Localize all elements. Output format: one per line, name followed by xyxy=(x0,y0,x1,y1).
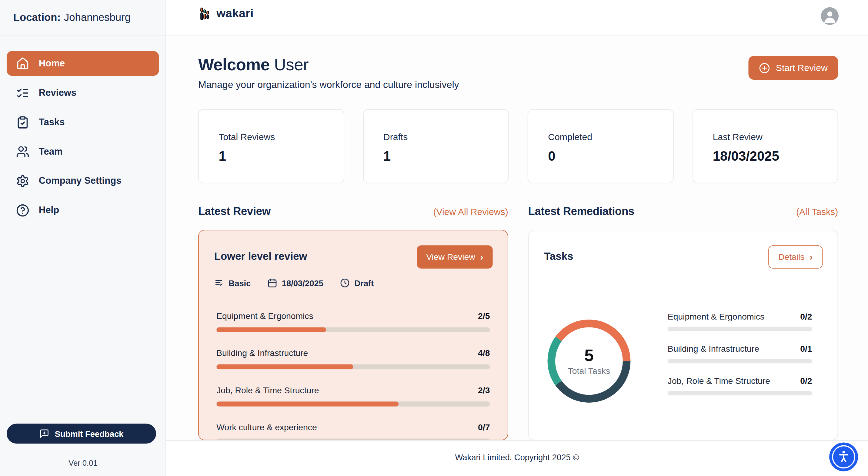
review-progress-row-work-culture-experience: Work culture & experience0/7 xyxy=(216,423,490,440)
progress-bar xyxy=(216,364,490,369)
brand-logo: wakari xyxy=(198,7,254,20)
progress-value: 2/3 xyxy=(478,385,490,395)
checklist-icon xyxy=(16,86,29,99)
topbar: wakari xyxy=(166,0,868,35)
tasks-progress-list: Equipment & Ergonomics0/2Building & Infr… xyxy=(668,312,812,408)
task-label: Equipment & Ergonomics xyxy=(668,312,764,322)
sidebar-item-help[interactable]: Help xyxy=(7,198,159,222)
view-review-label: View Review xyxy=(426,252,475,262)
sidebar-item-label: Help xyxy=(39,205,59,216)
chevron-right-icon: › xyxy=(480,252,483,262)
task-row-job-role-time-structure: Job, Role & Time Structure0/2 xyxy=(668,376,812,395)
tasks-card-title: Tasks xyxy=(544,250,573,263)
stat-value: 18/03/2025 xyxy=(713,149,838,164)
all-tasks-link[interactable]: (All Tasks) xyxy=(796,206,838,217)
version-label: Ver 0.01 xyxy=(0,458,166,467)
review-status-label: Draft xyxy=(354,278,374,288)
location-header: Location: Johannesburg xyxy=(0,0,165,35)
brand-name: wakari xyxy=(216,7,254,20)
progress-label: Job, Role & Time Structure xyxy=(216,385,319,395)
stat-label: Total Reviews xyxy=(218,132,343,143)
latest-remediations-title: Latest Remediations xyxy=(528,205,634,218)
task-progress-bar xyxy=(668,327,812,331)
progress-bar xyxy=(216,401,490,406)
accessibility-icon xyxy=(836,449,851,465)
latest-review-header: Latest Review (View All Reviews) xyxy=(198,205,508,218)
footer: Wakari Limited. Copyright 2025 © xyxy=(166,440,868,476)
task-value: 0/2 xyxy=(800,376,812,386)
progress-label: Equipment & Ergonomics xyxy=(216,311,313,321)
stat-card-drafts: Drafts1 xyxy=(363,109,508,183)
stat-value: 1 xyxy=(218,149,343,164)
latest-remediations-header: Latest Remediations (All Tasks) xyxy=(528,205,838,218)
tasks-donut-chart: 5 Total Tasks xyxy=(547,320,630,403)
stat-value: 1 xyxy=(383,149,508,164)
task-value: 0/1 xyxy=(800,344,812,354)
welcome-user: User xyxy=(274,56,309,74)
message-square-plus-icon xyxy=(39,429,49,439)
welcome-bold: Welcome xyxy=(198,56,270,74)
copyright-text: Wakari Limited. Copyright 2025 © xyxy=(455,452,579,465)
calendar-icon xyxy=(267,278,277,288)
sidebar-item-tasks[interactable]: Tasks xyxy=(7,110,159,135)
list-icon xyxy=(214,278,224,288)
page-title: Welcome User xyxy=(198,56,459,74)
user-avatar[interactable] xyxy=(821,7,839,25)
clock-icon xyxy=(340,278,350,288)
task-progress-bar xyxy=(668,359,812,363)
review-progress-row-building-infrastructure: Building & Infrastructure4/8 xyxy=(216,348,490,369)
sidebar-item-home[interactable]: Home xyxy=(7,51,159,76)
stat-label: Last Review xyxy=(713,132,838,143)
review-progress-list: Equipment & Ergonomics2/5Building & Infr… xyxy=(216,311,490,441)
sidebar-item-company-settings[interactable]: Company Settings xyxy=(7,168,159,193)
main-content: Welcome User Manage your organization's … xyxy=(166,35,868,440)
wakari-logo-icon xyxy=(198,7,212,20)
progress-label: Building & Infrastructure xyxy=(216,348,308,358)
users-icon xyxy=(16,145,29,158)
sidebar-item-label: Reviews xyxy=(39,87,76,98)
progress-bar xyxy=(216,327,490,332)
sidebar-item-label: Company Settings xyxy=(39,175,122,186)
donut-center: 5 Total Tasks xyxy=(555,327,623,395)
plus-circle-icon xyxy=(759,62,770,73)
submit-feedback-button[interactable]: Submit Feedback xyxy=(7,423,156,444)
review-date: 18/03/2025 xyxy=(267,278,323,288)
stat-card-last-review: Last Review18/03/2025 xyxy=(692,109,838,183)
page-subtitle: Manage your organization's workforce and… xyxy=(198,79,459,91)
stat-card-total-reviews: Total Reviews1 xyxy=(198,109,344,183)
sidebar-item-reviews[interactable]: Reviews xyxy=(7,80,159,105)
clipboard-check-icon xyxy=(16,116,29,129)
help-icon xyxy=(16,203,29,217)
start-review-button[interactable]: Start Review xyxy=(749,56,838,80)
progress-value: 2/5 xyxy=(478,311,490,321)
review-card-title: Lower level review xyxy=(214,250,307,263)
task-value: 0/2 xyxy=(800,312,812,322)
stat-label: Completed xyxy=(548,132,673,143)
latest-review-title: Latest Review xyxy=(198,205,271,218)
view-review-button[interactable]: View Review › xyxy=(417,245,493,269)
gear-icon xyxy=(16,174,29,187)
review-type: Basic xyxy=(214,278,251,288)
details-label: Details xyxy=(778,252,805,262)
sidebar-item-team[interactable]: Team xyxy=(7,139,159,164)
home-icon xyxy=(16,57,29,70)
task-label: Building & Infrastructure xyxy=(668,344,759,354)
donut-total-value: 5 xyxy=(584,346,593,365)
location-label: Location: xyxy=(13,11,61,23)
accessibility-button[interactable] xyxy=(829,442,858,471)
review-date-label: 18/03/2025 xyxy=(282,278,323,288)
review-type-label: Basic xyxy=(228,278,251,288)
review-progress-row-job-role-time-structure: Job, Role & Time Structure2/3 xyxy=(216,385,490,406)
latest-review-card: Lower level review View Review › Basic 1… xyxy=(198,230,508,440)
view-all-reviews-link[interactable]: (View All Reviews) xyxy=(433,206,508,217)
review-status: Draft xyxy=(340,278,374,288)
progress-label: Work culture & experience xyxy=(216,423,317,433)
task-label: Job, Role & Time Structure xyxy=(668,376,770,386)
location-value: Johannesburg xyxy=(64,11,131,23)
details-button[interactable]: Details › xyxy=(768,245,823,269)
sidebar-nav: HomeReviewsTasksTeamCompany SettingsHelp xyxy=(0,35,165,222)
task-row-equipment-ergonomics: Equipment & Ergonomics0/2 xyxy=(668,312,812,331)
app-root: Location: Johannesburg HomeReviewsTasksT… xyxy=(0,0,868,476)
sidebar: Location: Johannesburg HomeReviewsTasksT… xyxy=(0,0,166,476)
stat-card-completed: Completed0 xyxy=(528,109,674,183)
